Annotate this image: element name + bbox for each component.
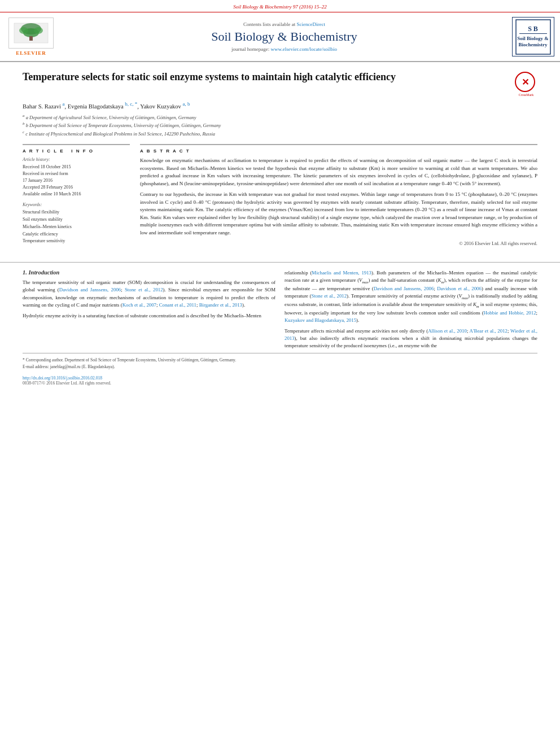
ref-davidson-janssens[interactable]: Davidson and Janssens, 2006 [59,287,121,292]
email-suffix: (E. Blagodatskaya). [81,364,115,369]
ref-kuzyakov[interactable]: Kuzyakov and Blagodatskaya, 2015 [285,317,356,323]
svg-point-5 [34,27,43,34]
ref-davidson2006a[interactable]: Davidson and Janssens, 2006 [374,286,434,291]
footnote-area: * Corresponding author. Department of So… [23,353,537,373]
copyright-line: © 2016 Elsevier Ltd. All rights reserved… [140,240,537,247]
ref-birgander[interactable]: Birgander et al., 2013 [199,302,242,308]
ref-stone2012[interactable]: Stone et al., 2012 [312,293,347,299]
affiliations: a a Department of Agricultural Soil Scie… [23,113,537,138]
author-affil-bc: b, c, * [125,101,137,107]
received-date: Received 18 October 2015 [23,164,130,171]
crossmark-icon[interactable]: ✕ [515,72,535,92]
homepage-label: journal homepage: [231,46,269,52]
top-bar: Soil Biology & Biochemistry 97 (2016) 15… [0,0,560,12]
revised-form-label: Received in revised form [23,171,130,177]
crossmark-label: CrossMark [515,93,537,97]
available-online-date: Available online 10 March 2016 [23,191,130,198]
affil-b: b b Department of Soil Science of Temper… [23,121,537,129]
right-para-2: Temperature affects microbial and enzyme… [285,327,537,350]
article-title: Temperature selects for static soil enzy… [23,71,509,84]
article-info-col: A R T I C L E I N F O Article history: R… [23,144,130,250]
ref-stone[interactable]: Stone et al., 2012 [125,287,163,292]
main-col-right: relationship (Michaelis and Menten, 1913… [285,269,537,353]
email-label: E-mail address: [23,364,49,369]
intro-para-2: Hydrolytic enzyme activity is a saturati… [23,312,275,320]
page-wrapper: Soil Biology & Biochemistry 97 (2016) 15… [0,0,560,747]
author-affil-a: a [63,101,65,107]
abstract-para-1: Knowledge on enzymatic mechanisms of acc… [140,157,537,187]
abstract-para-2: Contrary to our hypothesis, the increase… [140,191,537,237]
main-col-left: 1. Introduction The temperature sensitiv… [23,269,275,353]
keyword-5: Temperature sensitivity [23,238,130,245]
journal-title: Soil Biology & Biochemistry [62,29,506,44]
elsevier-logo-img [8,18,54,49]
keywords-group: Keywords: Structural flexibility Soil en… [23,202,130,245]
two-col-section: A R T I C L E I N F O Article history: R… [23,144,537,250]
keyword-4: Catalytic efficiency [23,231,130,238]
keyword-1: Structural flexibility [23,209,130,216]
svg-point-4 [19,27,28,34]
right-col-body: relationship (Michaelis and Menten, 1913… [285,269,537,350]
section-divider [0,262,560,263]
journal-center: Contents lists available at ScienceDirec… [56,21,512,52]
doi-link[interactable]: http://dx.doi.org/10.1016/j.soilbio.2016… [23,375,102,381]
svg-text:S B: S B [528,25,538,33]
intro-label: Introduction [29,269,60,276]
author-affil-ab: a, b [183,101,190,107]
keyword-2: Soil enzymes stability [23,216,130,224]
authors-line: Bahar S. Razavi a, Evgenia Blagodatskaya… [23,101,537,110]
homepage-link[interactable]: www.elsevier.com/locate/soilbio [271,46,337,52]
abstract-text: Knowledge on enzymatic mechanisms of acc… [140,157,537,247]
journal-logo-right: S B Soil Biology & Biochemistry [512,17,554,56]
contents-line: Contents lists available at ScienceDirec… [62,21,506,27]
ref-allison[interactable]: Allison et al., 2010 [428,328,467,334]
article-info-label: A R T I C L E I N F O [23,148,130,154]
ref-hobbie[interactable]: Hobbie and Hobbie, 2012 [484,310,536,316]
journal-homepage: journal homepage: www.elsevier.com/locat… [62,46,506,52]
keywords-heading: Keywords: [23,202,130,207]
main-body: 1. Introduction The temperature sensitiv… [0,269,560,353]
introduction-title: 1. Introduction [23,269,275,276]
article-title-row: Temperature selects for static soil enzy… [23,71,537,97]
article-area: Temperature selects for static soil enzy… [0,62,560,255]
crossmark-area[interactable]: ✕ CrossMark [515,72,537,97]
elsevier-tree-icon [11,20,51,46]
svg-text:Biochemistry: Biochemistry [519,42,548,47]
ref-davidson2006b[interactable]: Davidson et al., 2006 [437,286,482,291]
ref-abear[interactable]: A'Bear et al., 2012 [470,328,508,334]
ref-michaelis-menten[interactable]: Michaelis and Menten, 1913 [312,270,371,276]
revised-date: 17 January 2016 [23,177,130,184]
issn-line: 0038-0717/© 2016 Elsevier Ltd. All right… [23,381,111,386]
intro-para-1: The temperature sensitivity of soil orga… [23,279,275,309]
sb-biochemistry-logo: S B Soil Biology & Biochemistry [515,19,552,55]
keyword-3: Michaelis–Menten kinetics [23,224,130,231]
elsevier-brand-name: ELSEVIER [16,50,46,56]
sciencedirect-link[interactable]: ScienceDirect [297,21,325,27]
affil-c: c c Institute of Physicochemical and Bio… [23,129,537,138]
elsevier-logo-area: ELSEVIER [6,18,56,56]
abstract-label: A B S T R A C T [140,148,537,154]
abstract-col: A B S T R A C T Knowledge on enzymatic m… [140,144,537,250]
bottom-bar: http://dx.doi.org/10.1016/j.soilbio.2016… [0,373,560,388]
article-history-heading: Article history: [23,157,130,162]
contents-text: Contents lists available at [243,21,295,27]
journal-header: ELSEVIER Contents lists available at Sci… [0,12,560,62]
footnote-text: * Corresponding author. Department of So… [23,357,537,370]
svg-rect-8 [519,33,547,34]
svg-text:Soil Biology &: Soil Biology & [517,36,549,41]
right-para-1: relationship (Michaelis and Menten, 1913… [285,269,537,324]
footnote-asterisk-note: * Corresponding author. Department of So… [23,357,236,362]
article-history: Article history: Received 18 October 201… [23,157,130,198]
intro-body: The temperature sensitivity of soil orga… [23,279,275,320]
email-link[interactable]: janeblag@mail.ru [50,364,81,369]
intro-number: 1. [23,269,27,276]
ref-koch[interactable]: Koch et al., 2007 [123,302,156,308]
ref-conant[interactable]: Conant et al., 2011 [159,302,196,308]
accepted-date: Accepted 28 February 2016 [23,184,130,191]
journal-citation: Soil Biology & Biochemistry 97 (2016) 15… [233,4,326,10]
affil-a: a a Department of Agricultural Soil Scie… [23,113,537,121]
svg-rect-3 [29,36,33,41]
